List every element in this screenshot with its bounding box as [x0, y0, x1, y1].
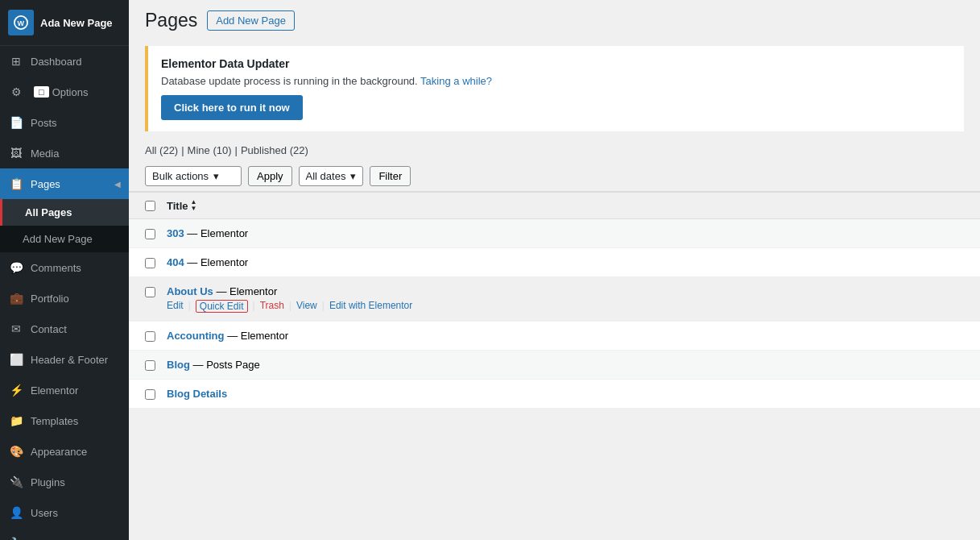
sidebar-logo: W Ada New Page [0, 0, 129, 46]
table-row: Blog — Posts Page [129, 351, 980, 380]
table-row: Blog Details [129, 380, 980, 409]
sidebar-item-label: Contact [31, 323, 67, 335]
bulk-actions-dropdown[interactable]: Bulk actions ▾ [145, 166, 242, 186]
notice-text: Database update process is running in th… [161, 75, 951, 87]
sidebar-item-label: Elementor [31, 384, 78, 397]
row-title-303: 303 — Elementor [167, 227, 248, 239]
row-title-404: 404 — Elementor [167, 256, 248, 268]
sidebar-item-media[interactable]: 🖼 Media [0, 138, 129, 168]
filter-button[interactable]: Filter [370, 166, 411, 186]
sidebar-item-templates[interactable]: 📁 Templates [0, 405, 129, 436]
add-new-page-button[interactable]: Add New Page [207, 10, 295, 31]
main-content: Pages Add New Page Elementor Data Update… [129, 0, 980, 540]
sidebar-item-label: Users [31, 507, 58, 519]
sidebar-item-label: Dashboard [31, 56, 82, 68]
filter-published-link[interactable]: Published (22) [241, 144, 308, 156]
tools-icon: 🔧 [8, 535, 24, 540]
row-link-about-us[interactable]: About Us [167, 285, 213, 297]
sidebar-item-all-pages[interactable]: All Pages [0, 199, 129, 226]
appearance-icon: 🎨 [8, 443, 24, 459]
options-icon: ⚙ [8, 84, 24, 100]
sidebar-item-users[interactable]: 👤 Users [0, 497, 129, 528]
sidebar-item-appearance[interactable]: 🎨 Appearance [0, 436, 129, 467]
media-icon: 🖼 [8, 145, 24, 161]
sidebar-item-label: Pages [31, 178, 60, 190]
table-header: Title ▲▼ [129, 193, 980, 219]
bulk-actions-label: Bulk actions [152, 170, 209, 182]
sidebar-item-label: Plugins [31, 476, 65, 488]
row-link-accounting[interactable]: Accounting [167, 330, 225, 342]
sidebar-item-portfolio[interactable]: 💼 Portfolio [0, 283, 129, 314]
row-checkbox-about-us[interactable] [145, 287, 155, 297]
sidebar-item-label: Appearance [31, 446, 87, 458]
header-footer-icon: ⬜ [8, 351, 24, 368]
pages-icon: 📋 [8, 176, 24, 192]
table-row: Accounting — Elementor [129, 322, 980, 351]
sidebar-item-label: Portfolio [31, 293, 69, 305]
sidebar-item-tools[interactable]: 🔧 Tools [0, 528, 129, 540]
sidebar-item-comments[interactable]: 💬 Comments [0, 252, 129, 283]
row-link-blog[interactable]: Blog [167, 359, 190, 371]
comments-icon: 💬 [8, 260, 24, 276]
sidebar: W Ada New Page ⊞ Dashboard ⚙ □ Options 📄… [0, 0, 129, 540]
sidebar-item-label: Tools [31, 538, 55, 541]
row-link-404[interactable]: 404 [167, 256, 184, 268]
row-title-blog-details: Blog Details [167, 388, 227, 400]
title-column-header[interactable]: Title ▲▼ [167, 199, 196, 212]
apply-button[interactable]: Apply [248, 166, 292, 186]
svg-text:W: W [18, 19, 25, 27]
sidebar-item-contact[interactable]: ✉ Contact [0, 314, 129, 344]
view-link-about-us[interactable]: View [296, 300, 317, 313]
sidebar-item-header-footer[interactable]: ⬜ Header & Footer [0, 344, 129, 375]
sidebar-item-label: Media [31, 147, 59, 160]
filter-mine-link[interactable]: Mine (10) [188, 144, 232, 156]
users-icon: 👤 [8, 505, 24, 521]
sidebar-item-plugins[interactable]: 🔌 Plugins [0, 467, 129, 497]
sidebar-item-label: Header & Footer [31, 354, 108, 366]
row-title-blog: Blog — Posts Page [167, 359, 260, 371]
portfolio-icon: 💼 [8, 290, 24, 306]
row-content-about-us: About Us — Elementor Edit | Quick Edit |… [167, 285, 412, 313]
notice-text-before: Database update process is running in th… [161, 75, 418, 87]
notice-title: Elementor Data Updater [161, 57, 951, 70]
page-header: Pages Add New Page [129, 0, 980, 38]
row-title-about-us: About Us — Elementor [167, 285, 412, 297]
row-checkbox-303[interactable] [145, 229, 155, 239]
row-checkbox-accounting[interactable] [145, 331, 155, 342]
edit-link-about-us[interactable]: Edit [167, 300, 184, 313]
quick-edit-link-about-us[interactable]: Quick Edit [196, 300, 248, 313]
pages-table: Title ▲▼ 303 — Elementor 404 — Elementor [129, 192, 980, 409]
filter-bar: Bulk actions ▾ Apply All dates ▾ Filter [129, 161, 980, 192]
all-dates-chevron-icon: ▾ [350, 170, 356, 182]
all-pages-label: All Pages [25, 206, 72, 218]
add-new-page-label: Add New Page [23, 233, 93, 245]
row-link-blog-details[interactable]: Blog Details [167, 388, 227, 400]
sidebar-item-add-new-page[interactable]: Add New Page [0, 226, 129, 252]
row-checkbox-404[interactable] [145, 258, 155, 268]
pages-arrow-icon: ◀ [114, 180, 121, 189]
all-dates-dropdown[interactable]: All dates ▾ [299, 166, 364, 186]
title-sort-icon: ▲▼ [191, 199, 197, 212]
wordpress-logo-icon: W [8, 10, 34, 35]
sidebar-item-dashboard[interactable]: ⊞ Dashboard [0, 46, 129, 77]
select-all-checkbox[interactable] [145, 201, 155, 211]
trash-link-about-us[interactable]: Trash [260, 300, 284, 313]
row-actions-about-us: Edit | Quick Edit | Trash | View | Edit … [167, 300, 412, 313]
sidebar-item-posts[interactable]: 📄 Posts [0, 107, 129, 138]
notice-text-link[interactable]: Taking a while? [420, 75, 492, 87]
row-link-303[interactable]: 303 [167, 227, 184, 239]
run-now-button[interactable]: Click here to run it now [161, 95, 303, 120]
sidebar-item-elementor[interactable]: ⚡ Elementor [0, 375, 129, 405]
elementor-icon: ⚡ [8, 382, 24, 398]
filter-all-link[interactable]: All (22) [145, 144, 178, 156]
sidebar-item-label: Templates [31, 415, 78, 427]
edit-with-elementor-link-about-us[interactable]: Edit with Elementor [329, 300, 412, 313]
options-badge: □ [34, 86, 49, 98]
row-checkbox-blog-details[interactable] [145, 389, 155, 400]
pages-submenu: All Pages Add New Page [0, 199, 129, 252]
sidebar-item-pages[interactable]: 📋 Pages ◀ [0, 168, 129, 199]
dashboard-icon: ⊞ [8, 53, 24, 69]
sidebar-item-options[interactable]: ⚙ □ Options [0, 77, 129, 107]
sidebar-item-label: Comments [31, 262, 81, 274]
row-checkbox-blog[interactable] [145, 360, 155, 371]
